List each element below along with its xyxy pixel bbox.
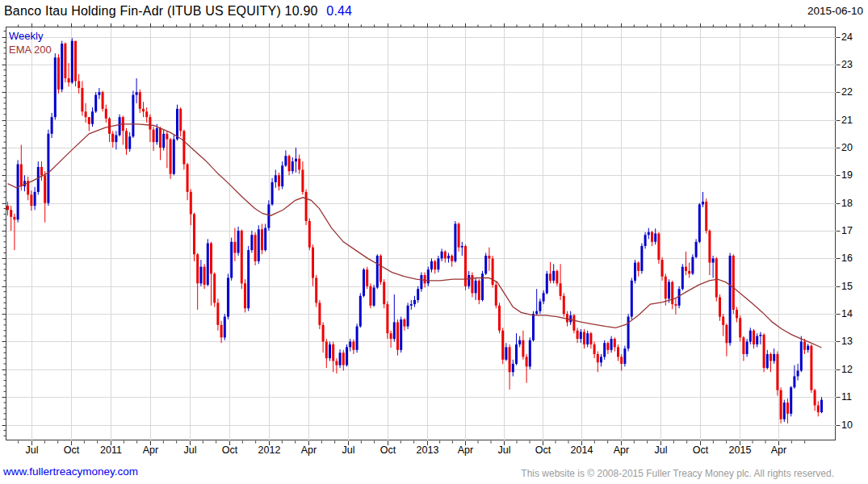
- x-axis-label: Apr: [301, 444, 317, 456]
- x-axis-label: Jul: [655, 444, 668, 456]
- price-chart: [0, 0, 868, 484]
- x-axis-label: 2013: [417, 444, 439, 456]
- y-axis-label: 21: [841, 115, 853, 126]
- x-axis-label: Jul: [342, 444, 355, 456]
- y-axis-label: 16: [841, 252, 853, 264]
- copyright-text: This website is © 2008-2015 Fuller Treac…: [521, 468, 834, 479]
- x-axis-label: Oct: [380, 444, 396, 456]
- x-axis-label: Oct: [64, 444, 79, 456]
- y-axis-label: 10: [841, 419, 853, 431]
- x-axis-label: Apr: [771, 444, 786, 456]
- y-axis-label: 15: [841, 281, 853, 292]
- x-axis-label: 2011: [100, 444, 122, 456]
- x-axis-label: Apr: [458, 444, 473, 456]
- y-axis-label: 19: [841, 169, 853, 181]
- x-axis-label: Oct: [693, 444, 708, 456]
- legend-ema: EMA 200: [9, 43, 52, 56]
- legend-timeframe: Weekly: [9, 29, 52, 43]
- y-axis-label: 20: [841, 142, 853, 153]
- y-axis-label: 17: [841, 225, 853, 236]
- x-axis-label: Oct: [535, 444, 551, 456]
- x-axis-label: 2014: [571, 444, 593, 456]
- x-axis-label: Apr: [143, 444, 158, 456]
- x-axis-label: Jul: [184, 444, 197, 456]
- y-axis-label: 12: [841, 364, 853, 375]
- x-axis-label: Apr: [614, 444, 629, 456]
- x-axis-label: 2015: [729, 444, 752, 456]
- x-axis-label: Oct: [222, 444, 237, 456]
- y-axis-label: 13: [841, 336, 853, 347]
- website-link[interactable]: www.fullertreacymoney.com: [3, 465, 138, 478]
- y-axis-label: 18: [841, 198, 853, 209]
- x-axis-label: 2012: [258, 444, 281, 456]
- y-axis-label: 23: [841, 59, 853, 70]
- y-axis-label: 11: [841, 391, 852, 403]
- y-axis-label: 24: [841, 31, 853, 43]
- legend: Weekly EMA 200: [9, 29, 52, 56]
- x-axis-label: Jul: [26, 444, 39, 456]
- y-axis-label: 14: [841, 308, 853, 319]
- y-axis-label: 22: [841, 86, 853, 98]
- chart-page: Banco Itau Holding Fin-Adr (ITUB US EQUI…: [0, 0, 868, 484]
- x-axis-label: Jul: [498, 444, 511, 456]
